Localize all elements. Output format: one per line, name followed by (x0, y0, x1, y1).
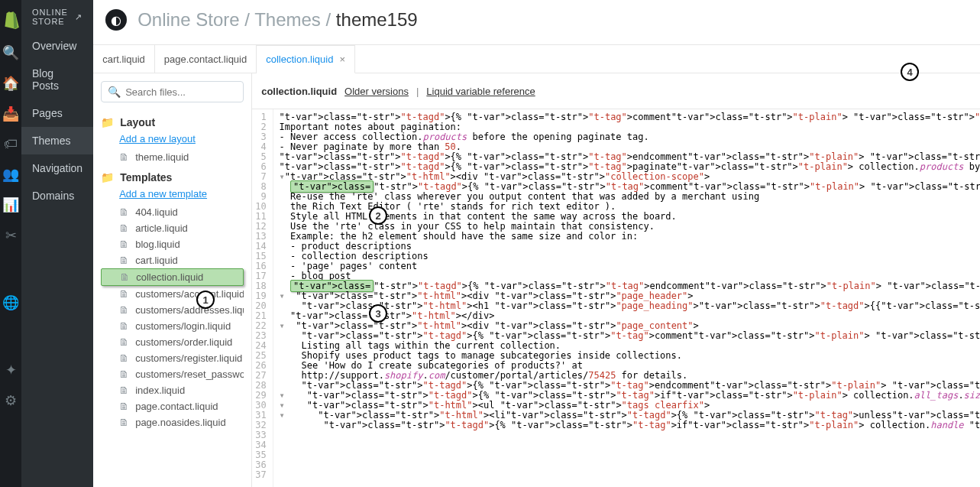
file-icon: 🗎 (119, 336, 129, 348)
add-layout-link[interactable]: Add a new layout (119, 133, 244, 144)
line-gutter: 1234567891011121314151617181920212223242… (252, 109, 273, 487)
callout-1: 1 (196, 291, 215, 309)
file-customers-reset_password-liquid[interactable]: 🗎customers/reset_password.liquid (101, 366, 244, 382)
main: ◐ Online Store / Themes / theme159 Custo… (93, 0, 980, 487)
file-index-liquid[interactable]: 🗎index.liquid (101, 382, 244, 398)
discounts-icon[interactable]: ✂ (5, 227, 17, 244)
sidebar-item-pages[interactable]: Pages (21, 99, 93, 127)
crumb-store[interactable]: Online Store (137, 9, 239, 30)
breadcrumb-bar: ◐ Online Store / Themes / theme159 Custo… (93, 0, 980, 44)
editor-tabs: cart.liquidpage.contact.liquidcollection… (93, 45, 980, 73)
crumb-themes[interactable]: Themes (254, 9, 321, 30)
external-link-icon[interactable]: ↗ (75, 12, 82, 22)
file-customers-addresses-liquid[interactable]: 🗎customers/addresses.liquid (101, 302, 244, 318)
theme-icon: ◐ (105, 9, 127, 31)
search-input[interactable] (125, 86, 237, 98)
file-customers-register-liquid[interactable]: 🗎customers/register.liquid (101, 350, 244, 366)
file-group-layout: 📁Layout (101, 116, 244, 128)
code-content[interactable]: "t-var">class="t-str">"t-tagd">{% "t-var… (273, 109, 980, 487)
folder-icon: 📁 (101, 171, 114, 183)
tag-icon[interactable]: 🏷 (4, 136, 18, 152)
sidebar-item-navigation[interactable]: Navigation (21, 154, 93, 182)
file-article-liquid[interactable]: 🗎article.liquid (101, 220, 244, 236)
file-icon: 🗎 (119, 288, 129, 300)
file-icon: 🗎 (119, 385, 129, 396)
file-cart-liquid[interactable]: 🗎cart.liquid (101, 252, 244, 268)
sidebar-item-overview[interactable]: Overview (21, 32, 93, 60)
file-theme-liquid[interactable]: 🗎theme.liquid (101, 149, 244, 165)
close-icon[interactable]: × (339, 54, 345, 65)
file-collection-liquid[interactable]: 🗎collection.liquid (101, 268, 244, 286)
sidebar-title: ONLINE STORE (32, 8, 75, 26)
folder-icon: 📁 (101, 116, 114, 128)
file-group-templates: 📁Templates (101, 171, 244, 183)
orders-icon[interactable]: 📥 (2, 106, 19, 122)
file-customers-order-liquid[interactable]: 🗎customers/order.liquid (101, 334, 244, 350)
tab-page-contact-liquid[interactable]: page.contact.liquid (155, 45, 257, 73)
callout-4: 4 (901, 63, 919, 81)
file-icon: 🗎 (119, 206, 129, 218)
search-icon[interactable]: 🔍 (2, 44, 19, 61)
liquid-reference-link[interactable]: Liquid variable reference (426, 86, 535, 97)
older-versions-link[interactable]: Older versions (344, 86, 409, 97)
code-editor: collection.liquid Older versions | Liqui… (252, 73, 980, 487)
file-blog-liquid[interactable]: 🗎blog.liquid (101, 236, 244, 252)
sidebar: ONLINE STORE ↗ OverviewBlog PostsPagesTh… (21, 0, 93, 487)
breadcrumb: Online Store / Themes / theme159 (137, 9, 417, 31)
editor-filename: collection.liquid (261, 86, 337, 97)
file-icon: 🗎 (119, 222, 129, 234)
reports-icon[interactable]: 📊 (2, 196, 19, 213)
file-customers-login-liquid[interactable]: 🗎customers/login.liquid (101, 318, 244, 334)
file-icon: 🗎 (119, 368, 129, 380)
file-page-noasides-liquid[interactable]: 🗎page.noasides.liquid (101, 414, 244, 430)
file-icon: 🗎 (119, 401, 129, 412)
apps-icon[interactable]: ✦ (5, 362, 17, 378)
tab-cart-liquid[interactable]: cart.liquid (93, 45, 155, 73)
crumb-current: theme159 (336, 9, 418, 30)
file-icon: 🗎 (120, 271, 130, 283)
file-icon: 🗎 (119, 352, 129, 364)
tab-collection-liquid[interactable]: collection.liquid× (257, 45, 355, 73)
sidebar-item-themes[interactable]: Themes (21, 127, 93, 154)
shopify-logo-icon (0, 9, 21, 31)
sidebar-header: ONLINE STORE ↗ (21, 0, 93, 32)
file-customers-account-liquid[interactable]: 🗎customers/account.liquid (101, 286, 244, 302)
customers-icon[interactable]: 👥 (2, 166, 19, 183)
sidebar-item-domains[interactable]: Domains (21, 182, 93, 209)
search-icon: 🔍 (108, 86, 121, 98)
home-icon[interactable]: 🏠 (2, 75, 19, 92)
icon-rail: 🔍 🏠 📥 🏷 👥 📊 ✂ 🌐 ✦ ⚙ (0, 0, 21, 487)
callout-3: 3 (369, 304, 387, 323)
file-404-liquid[interactable]: 🗎404.liquid (101, 204, 244, 220)
file-search[interactable]: 🔍 (101, 81, 244, 102)
file-icon: 🗎 (119, 239, 129, 250)
callout-2: 2 (369, 206, 387, 225)
file-icon: 🗎 (119, 417, 129, 428)
file-icon: 🗎 (119, 255, 129, 266)
file-panel: 🔍 📁LayoutAdd a new layout🗎theme.liquid📁T… (93, 73, 252, 487)
file-page-contact-liquid[interactable]: 🗎page.contact.liquid (101, 398, 244, 414)
settings-icon[interactable]: ⚙ (5, 392, 17, 409)
file-icon: 🗎 (119, 320, 129, 332)
online-store-icon[interactable]: 🌐 (2, 294, 19, 311)
add-templates-link[interactable]: Add a new template (119, 188, 244, 200)
file-icon: 🗎 (119, 151, 129, 163)
sidebar-item-blog-posts[interactable]: Blog Posts (21, 60, 93, 99)
file-icon: 🗎 (119, 304, 129, 316)
